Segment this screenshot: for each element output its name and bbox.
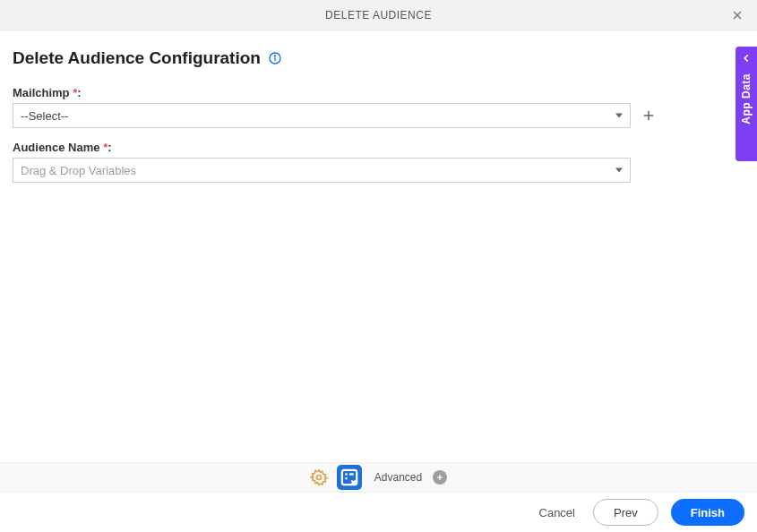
finish-button[interactable]: Finish xyxy=(671,499,744,526)
caret-down-icon xyxy=(615,168,623,173)
advanced-label: Advanced xyxy=(374,471,422,484)
audience-label: Audience Name *: xyxy=(13,141,744,154)
bottom-toolbar: Advanced xyxy=(0,462,757,493)
page-title-row: Delete Audience Configuration xyxy=(13,48,744,68)
form-view-button[interactable] xyxy=(337,465,362,490)
audience-name-input[interactable]: Drag & Drop Variables xyxy=(13,158,631,183)
gear-icon xyxy=(310,468,328,486)
svg-point-4 xyxy=(274,56,275,56)
modal-header: DELETE AUDIENCE xyxy=(0,0,757,30)
plus-circle-icon xyxy=(435,473,444,482)
page-title: Delete Audience Configuration xyxy=(13,48,261,68)
mailchimp-select[interactable]: --Select-- xyxy=(13,103,631,128)
expand-advanced-button[interactable] xyxy=(433,470,447,485)
close-button[interactable] xyxy=(728,6,746,24)
prev-button[interactable]: Prev xyxy=(593,499,658,526)
content-area: Delete Audience Configuration Mailchimp … xyxy=(0,30,757,213)
plus-icon xyxy=(641,108,656,123)
footer: Cancel Prev Finish xyxy=(0,493,757,532)
svg-point-7 xyxy=(316,476,321,480)
chevron-left-icon xyxy=(740,52,753,64)
cancel-button[interactable]: Cancel xyxy=(534,506,581,519)
close-icon xyxy=(730,8,744,22)
mailchimp-select-value: --Select-- xyxy=(21,109,68,123)
form-icon xyxy=(337,465,362,490)
app-data-panel-toggle[interactable]: App Data xyxy=(735,47,757,161)
mailchimp-row: --Select-- xyxy=(13,103,744,128)
audience-label-text: Audience Name xyxy=(13,141,103,154)
mailchimp-field-group: Mailchimp *: --Select-- xyxy=(13,86,744,128)
app-data-label: App Data xyxy=(740,73,753,124)
mailchimp-label-text: Mailchimp xyxy=(13,86,73,99)
modal-title: DELETE AUDIENCE xyxy=(325,9,432,21)
audience-field-group: Audience Name *: Drag & Drop Variables xyxy=(13,141,744,183)
audience-placeholder: Drag & Drop Variables xyxy=(21,164,136,177)
caret-down-icon xyxy=(615,114,623,118)
settings-button[interactable] xyxy=(310,468,328,486)
mailchimp-label: Mailchimp *: xyxy=(13,86,744,99)
colon: : xyxy=(77,86,81,99)
add-connection-button[interactable] xyxy=(640,107,658,124)
info-icon[interactable] xyxy=(268,51,282,65)
colon: : xyxy=(108,141,111,154)
